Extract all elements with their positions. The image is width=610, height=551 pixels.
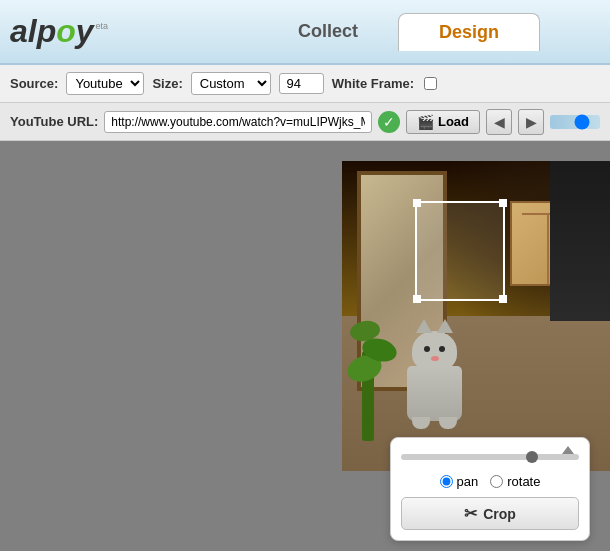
logo-text: alpoy bbox=[10, 13, 94, 50]
forward-button[interactable]: ▶ bbox=[518, 109, 544, 135]
rotate-radio[interactable] bbox=[490, 475, 503, 488]
source-label: Source: bbox=[10, 76, 58, 91]
source-select[interactable]: Youtube Upload URL bbox=[66, 72, 144, 95]
crop-corner-bl[interactable] bbox=[413, 295, 421, 303]
main-canvas: pan rotate ✂ Crop bbox=[0, 141, 610, 551]
pan-label: pan bbox=[457, 474, 479, 489]
tab-design[interactable]: Design bbox=[398, 13, 540, 51]
crop-icon: ✂ bbox=[464, 504, 477, 523]
urlbar: YouTube URL: ✓ 🎬 Load ◀ ▶ bbox=[0, 103, 610, 141]
white-frame-label: White Frame: bbox=[332, 76, 414, 91]
header: alpoy eta Collect Design bbox=[0, 0, 610, 65]
radio-row: pan rotate bbox=[401, 474, 579, 489]
logo-suffix: eta bbox=[96, 21, 109, 31]
slider-track bbox=[401, 448, 579, 468]
tab-collect[interactable]: Collect bbox=[258, 13, 398, 51]
pan-rotate-slider[interactable] bbox=[401, 454, 579, 460]
size-select[interactable]: Custom 320x240 640x480 bbox=[191, 72, 271, 95]
url-label: YouTube URL: bbox=[10, 114, 98, 129]
crop-selection[interactable] bbox=[415, 201, 505, 301]
crop-corner-tl[interactable] bbox=[413, 199, 421, 207]
video-cat bbox=[407, 331, 462, 421]
rotate-radio-label[interactable]: rotate bbox=[490, 474, 540, 489]
size-number-input[interactable] bbox=[279, 73, 324, 94]
toolbar: Source: Youtube Upload URL Size: Custom … bbox=[0, 65, 610, 103]
slider-triangle-indicator bbox=[562, 446, 574, 454]
nav-tabs: Collect Design bbox=[258, 13, 540, 51]
load-button[interactable]: 🎬 Load bbox=[406, 110, 480, 134]
crop-label: Crop bbox=[483, 506, 516, 522]
zoom-slider-header[interactable] bbox=[550, 115, 600, 129]
pan-radio-label[interactable]: pan bbox=[440, 474, 479, 489]
pan-radio[interactable] bbox=[440, 475, 453, 488]
size-label: Size: bbox=[152, 76, 182, 91]
back-button[interactable]: ◀ bbox=[486, 109, 512, 135]
crop-button[interactable]: ✂ Crop bbox=[401, 497, 579, 530]
rotate-label: rotate bbox=[507, 474, 540, 489]
logo: alpoy eta bbox=[10, 13, 108, 50]
video-person bbox=[550, 161, 610, 321]
crop-corner-br[interactable] bbox=[499, 295, 507, 303]
crop-corner-tr[interactable] bbox=[499, 199, 507, 207]
youtube-url-input[interactable] bbox=[104, 111, 372, 133]
white-frame-checkbox[interactable] bbox=[424, 77, 437, 90]
load-icon: 🎬 bbox=[417, 114, 434, 130]
video-plant bbox=[342, 311, 397, 441]
url-check-icon[interactable]: ✓ bbox=[378, 111, 400, 133]
bottom-panel: pan rotate ✂ Crop bbox=[390, 437, 590, 541]
